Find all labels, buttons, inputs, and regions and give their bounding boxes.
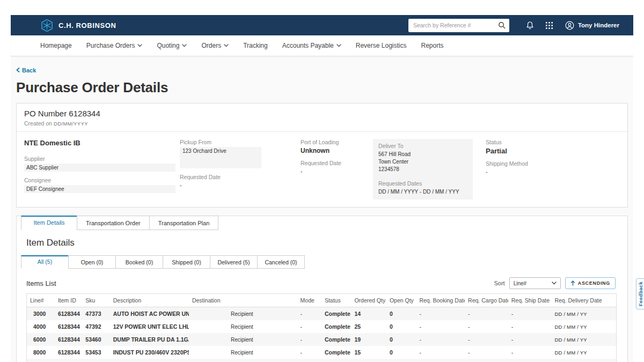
deliver-to-address: 567 Hill RoadTown Center1234578	[378, 151, 467, 173]
detail-tab[interactable]: Transportation Order	[77, 216, 150, 230]
sort-direction-button[interactable]: ASCENDING	[565, 277, 616, 289]
deliver-to-column: Deliver To 567 Hill RoadTown Center12345…	[373, 139, 486, 200]
sort-label: Sort	[494, 280, 505, 286]
cell-req-booking-date: -	[416, 307, 465, 321]
notifications-bell-icon[interactable]	[526, 21, 534, 30]
chevron-down-icon	[224, 44, 229, 47]
status-badge: Partial	[486, 147, 620, 155]
sort-controls: Sort Line# ASCENDING	[494, 277, 616, 289]
consignee-value: DEF Consignee	[24, 185, 175, 193]
detail-tab[interactable]: Transportation Plan	[149, 216, 219, 230]
cell-req-delivery-date: DD / MM / YY	[551, 346, 616, 359]
cell-line: 10000	[27, 359, 55, 362]
detail-tab[interactable]: Item Details	[21, 216, 77, 230]
column-header: Ordered Qty	[351, 294, 386, 307]
cell-ordered-qty: 14	[351, 307, 386, 321]
cell-destination: Recipient	[189, 346, 297, 359]
cell-item-id: 6128344	[55, 359, 82, 362]
cell-status: Complete	[321, 346, 351, 359]
menu-item-label: Reverse Logistics	[356, 42, 407, 49]
global-search	[408, 19, 509, 32]
menu-item[interactable]: Orders	[201, 42, 229, 49]
menu-item-label: Quoting	[157, 42, 179, 49]
cell-line: 6000	[27, 333, 55, 346]
menu-item[interactable]: Homepage	[40, 42, 72, 49]
column-header: Req. Ship Date	[508, 294, 552, 307]
search-input[interactable]	[408, 19, 509, 32]
chevron-down-icon	[137, 44, 142, 47]
address-line: Town Center	[378, 158, 467, 166]
arrow-up-icon	[570, 280, 575, 286]
menu-item[interactable]: Tracking	[243, 42, 268, 49]
cell-req-cargo-date: -	[465, 359, 508, 362]
cell-sku: 47349	[82, 359, 109, 362]
top-bar: C.H. ROBINSON	[11, 15, 633, 35]
column-header: Line#	[27, 294, 55, 307]
cell-open-qty: 0	[386, 320, 416, 333]
cell-sku: 47392	[82, 320, 109, 333]
search-icon[interactable]	[498, 21, 506, 29]
column-header: Req. Booking Date	[416, 294, 465, 307]
table-row: 4000 6128344 47392 12V POWER UNIT ELEC L…	[27, 320, 617, 333]
menu-item[interactable]: Reverse Logistics	[356, 42, 407, 49]
menu-item-label: Reports	[421, 42, 444, 49]
item-details-card: Item Details Transportation Order Transp…	[16, 216, 628, 362]
menu-item[interactable]: Quoting	[157, 42, 187, 49]
cell-sku: 47373	[82, 307, 109, 321]
cell-req-cargo-date: -	[465, 320, 508, 333]
cell-req-booking-date: -	[416, 320, 465, 333]
cell-line: 3000	[27, 307, 55, 321]
cell-ordered-qty: 25	[351, 320, 386, 333]
section-title: Item Details	[26, 238, 627, 248]
cell-mode: -	[297, 346, 321, 359]
po-summary-card: PO Number 6128344 Created on DD/MM/YYYY …	[16, 103, 628, 208]
user-name: Tony Hinderer	[578, 22, 619, 28]
status-column: Status Partial Shipping Method -	[486, 139, 620, 200]
cell-destination: Recipient	[189, 307, 297, 321]
menu-item[interactable]: Purchase Orders	[86, 42, 143, 49]
status-filter-tab[interactable]: Canceled (0)	[257, 255, 305, 269]
detail-tabs: Item Details Transportation Order Transp…	[17, 216, 627, 230]
cell-status: Complete	[321, 333, 351, 346]
cell-status: Complete	[321, 359, 351, 362]
chevron-down-icon	[336, 44, 341, 47]
column-header: Destination	[189, 294, 297, 307]
page-content: Back Purchase Order Details PO Number 61…	[11, 56, 633, 362]
order-type: NTE Domestic IB	[24, 139, 180, 147]
back-link[interactable]: Back	[16, 67, 36, 73]
cell-mode: -	[297, 333, 321, 346]
column-header: Sku	[82, 294, 109, 307]
feedback-button[interactable]: Feedback	[636, 278, 644, 309]
cell-req-booking-date: -	[416, 346, 465, 359]
column-header: Description	[110, 294, 189, 307]
menu-item[interactable]: Reports	[421, 42, 444, 49]
cell-req-booking-date: -	[416, 333, 465, 346]
pickup-column: Pickup From 123 Orchard Drive Requested …	[180, 139, 301, 200]
menu-item[interactable]: Accounts Payable	[282, 42, 341, 49]
created-on-value: DD/MM/YYYY	[54, 121, 88, 127]
sort-select[interactable]: Line#	[509, 277, 561, 289]
status-filter-tab[interactable]: Delivered (5)	[210, 255, 258, 269]
cell-status: Complete	[321, 320, 351, 333]
status-filter-tab[interactable]: Shipped (0)	[163, 255, 210, 269]
status-filter-tab[interactable]: All (5)	[21, 255, 69, 269]
cell-open-qty: 0	[386, 359, 416, 362]
cell-req-cargo-date: -	[465, 346, 508, 359]
status-filter-tab[interactable]: Booked (0)	[115, 255, 163, 269]
apps-grid-icon[interactable]	[546, 22, 553, 29]
cell-req-cargo-date: -	[465, 307, 508, 321]
user-menu[interactable]: Tony Hinderer	[565, 21, 619, 30]
status-filter-tab[interactable]: Open (0)	[68, 255, 116, 269]
deliver-to-panel: Deliver To 567 Hill RoadTown Center12345…	[373, 139, 473, 200]
chevron-left-icon	[16, 68, 20, 72]
table-row: 6000 6128344 53460 DUMP TRAILER PU DA 1.…	[27, 333, 617, 346]
cell-ordered-qty: 19	[351, 333, 386, 346]
address-line: 1234578	[378, 166, 467, 173]
po-detail-columns: NTE Domestic IB Supplier ABC Supplier Co…	[24, 139, 620, 200]
cell-open-qty: 0	[386, 346, 416, 359]
cell-description: BI-ROTATIONAL PUMP/MOTOR	[110, 359, 189, 362]
parties-column: NTE Domestic IB Supplier ABC Supplier Co…	[24, 139, 180, 200]
brand-logo[interactable]: C.H. ROBINSON	[40, 19, 116, 32]
cell-ordered-qty: 15	[351, 346, 386, 359]
cell-open-qty: 0	[386, 307, 416, 321]
